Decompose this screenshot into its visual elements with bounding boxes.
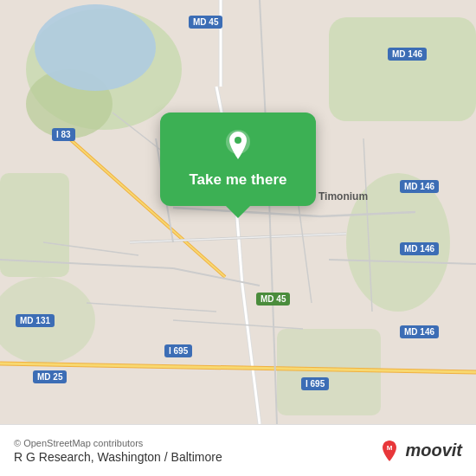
badge-md25: MD 25 <box>33 370 67 383</box>
badge-i83: I 83 <box>52 128 75 141</box>
badge-md131: MD 131 <box>16 314 55 327</box>
svg-rect-3 <box>329 17 476 121</box>
badge-md146-bot: MD 146 <box>400 325 439 338</box>
footer: © OpenStreetMap contributors R G Researc… <box>0 424 476 476</box>
badge-i695: I 695 <box>164 344 192 357</box>
svg-point-8 <box>35 4 156 91</box>
badge-md146-mid2: MD 146 <box>400 242 439 255</box>
popup-card[interactable]: Take me there <box>160 113 316 206</box>
location-pin-icon <box>219 126 257 164</box>
svg-point-38 <box>235 137 241 144</box>
svg-text:M: M <box>387 444 393 452</box>
popup-label[interactable]: Take me there <box>189 171 286 189</box>
badge-md45-mid: MD 45 <box>256 293 290 306</box>
map-container: MD 45 I 83 MD 146 MD 146 MD 146 MD 45 MD… <box>0 0 476 424</box>
badge-md146-mid1: MD 146 <box>400 180 439 193</box>
moovit-icon: M <box>377 439 402 463</box>
badge-md45-top: MD 45 <box>189 16 222 29</box>
copyright-text: © OpenStreetMap contributors <box>14 438 377 448</box>
badge-i695-right: I 695 <box>301 377 329 390</box>
moovit-text: moovit <box>405 441 462 460</box>
timonium-label: Timonium <box>318 190 368 203</box>
badge-md146-top: MD 146 <box>388 48 427 61</box>
moovit-logo: M moovit <box>377 439 462 463</box>
destination-title: R G Research, Washington / Baltimore <box>14 450 377 464</box>
